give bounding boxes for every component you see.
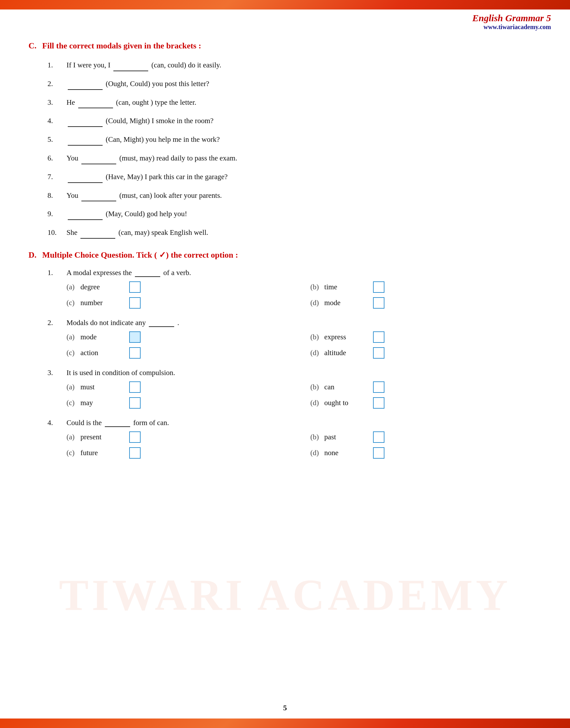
mcq-option: (d)ought to: [310, 397, 542, 409]
mcq-option: (d)mode: [310, 297, 542, 308]
mcq-question-number: 1.: [47, 269, 66, 277]
section-c-question-item: 4. (Could, Might) I smoke in the room?: [47, 115, 542, 127]
section-c-questions: 1.If I were you, I (can, could) do it ea…: [47, 59, 542, 239]
section-c-question-item: 6.You (must, may) read daily to pass the…: [47, 152, 542, 164]
mcq-question-number: 2.: [47, 319, 66, 327]
fill-blank[interactable]: [68, 219, 102, 220]
section-c-heading: Fill the correct modals given in the bra…: [42, 41, 201, 50]
option-text: must: [80, 383, 125, 391]
question-number: 3.: [47, 97, 66, 109]
option-checkbox[interactable]: [129, 432, 140, 443]
mcq-options-grid: (a)mode(b)express(c)action(d)altitude: [66, 331, 542, 358]
fill-blank[interactable]: [68, 126, 102, 127]
option-checkbox[interactable]: [373, 331, 384, 343]
mcq-blank[interactable]: [149, 326, 174, 327]
mcq-question-body: Modals do not indicate any .: [66, 319, 179, 327]
option-label: (c): [66, 349, 76, 357]
option-text: past: [324, 433, 369, 441]
mcq-question-text: 1.A modal expresses the of a verb.: [47, 269, 542, 277]
option-label: (a): [66, 333, 76, 341]
option-checkbox[interactable]: [129, 347, 140, 358]
fill-blank[interactable]: [81, 164, 116, 164]
option-checkbox[interactable]: [129, 397, 140, 409]
option-checkbox[interactable]: [129, 281, 140, 293]
question-text: (Could, Might) I smoke in the room?: [66, 115, 542, 127]
mcq-blank[interactable]: [135, 276, 160, 277]
question-text: (Have, May) I park this car in the garag…: [66, 171, 542, 183]
mcq-question-block: 3.It is used in condition of compulsion.…: [47, 369, 542, 409]
question-text: If I were you, I (can, could) do it easi…: [66, 59, 542, 71]
option-text: time: [324, 283, 369, 291]
question-text: (Can, Might) you help me in the work?: [66, 134, 542, 146]
question-number: 2.: [47, 78, 66, 90]
option-checkbox[interactable]: [373, 397, 384, 409]
section-c-question-item: 10.She (can, may) speak English well.: [47, 227, 542, 239]
fill-blank[interactable]: [113, 71, 148, 71]
mcq-question-text: 3.It is used in condition of compulsion.: [47, 369, 542, 377]
option-checkbox[interactable]: [373, 347, 384, 358]
option-label: (b): [310, 433, 320, 441]
book-title: English Grammar 5: [473, 13, 551, 23]
mcq-options-grid: (a)must(b)can(c)may(d)ought to: [66, 382, 542, 409]
option-checkbox[interactable]: [373, 297, 384, 308]
option-label: (c): [66, 399, 76, 407]
question-number: 1.: [47, 59, 66, 71]
question-text: (Ought, Could) you post this letter?: [66, 78, 542, 90]
question-number: 4.: [47, 115, 66, 127]
question-text: She (can, may) speak English well.: [66, 227, 542, 239]
section-c-question-item: 9. (May, Could) god help you!: [47, 208, 542, 220]
mcq-options-grid: (a)degree(b)time(c)number(d)mode: [66, 281, 542, 308]
question-number: 7.: [47, 171, 66, 183]
option-checkbox[interactable]: [129, 447, 140, 459]
border-bottom: [0, 719, 570, 728]
option-checkbox[interactable]: [129, 297, 140, 308]
option-text: action: [80, 349, 125, 357]
option-text: express: [324, 333, 369, 341]
fill-blank[interactable]: [78, 108, 113, 108]
section-d-questions: 1.A modal expresses the of a verb.(a)deg…: [28, 269, 542, 459]
section-d-header: D.Multiple Choice Question. Tick ( ✓) th…: [28, 250, 542, 260]
option-text: none: [324, 449, 369, 457]
mcq-blank[interactable]: [105, 426, 130, 427]
fill-blank[interactable]: [81, 201, 116, 201]
watermark: TIWARI ACADEMY: [59, 569, 511, 620]
mcq-option: (c)future: [66, 447, 298, 459]
question-text: You (must, may) read daily to pass the e…: [66, 152, 542, 164]
option-label: (b): [310, 383, 320, 391]
question-number: 10.: [47, 227, 66, 239]
mcq-option: (b)can: [310, 382, 542, 393]
section-c-question-item: 7. (Have, May) I park this car in the ga…: [47, 171, 542, 183]
question-number: 8.: [47, 190, 66, 202]
option-checkbox[interactable]: [129, 382, 140, 393]
mcq-question-number: 3.: [47, 369, 66, 377]
option-checkbox[interactable]: [373, 382, 384, 393]
mcq-option: (a)mode: [66, 331, 298, 343]
mcq-options-grid: (a)present(b)past(c)future(d)none: [66, 432, 542, 459]
option-checkbox[interactable]: [373, 432, 384, 443]
mcq-option: (b)express: [310, 331, 542, 343]
option-text: can: [324, 383, 369, 391]
option-checkbox[interactable]: [129, 331, 140, 343]
section-c-question-item: 1.If I were you, I (can, could) do it ea…: [47, 59, 542, 71]
mcq-option: (b)past: [310, 432, 542, 443]
section-c-question-item: 2. (Ought, Could) you post this letter?: [47, 78, 542, 90]
question-number: 9.: [47, 208, 66, 220]
fill-blank[interactable]: [68, 89, 102, 90]
option-label: (d): [310, 449, 320, 457]
mcq-question-block: 2.Modals do not indicate any .(a)mode(b)…: [47, 319, 542, 358]
mcq-question-text: 4.Could is the form of can.: [47, 419, 542, 427]
option-checkbox[interactable]: [373, 281, 384, 293]
option-text: mode: [324, 299, 369, 307]
fill-blank[interactable]: [68, 182, 102, 183]
fill-blank[interactable]: [68, 145, 102, 146]
mcq-question-block: 4.Could is the form of can.(a)present(b)…: [47, 419, 542, 459]
mcq-question-body: A modal expresses the of a verb.: [66, 269, 191, 277]
question-text: He (can, ought ) type the letter.: [66, 97, 542, 109]
fill-blank[interactable]: [80, 238, 115, 239]
mcq-option: (a)degree: [66, 281, 298, 293]
website-url: www.tiwariacademy.com: [473, 23, 551, 31]
option-checkbox[interactable]: [373, 447, 384, 459]
option-label: (a): [66, 433, 76, 441]
option-label: (d): [310, 399, 320, 407]
mcq-option: (a)present: [66, 432, 298, 443]
